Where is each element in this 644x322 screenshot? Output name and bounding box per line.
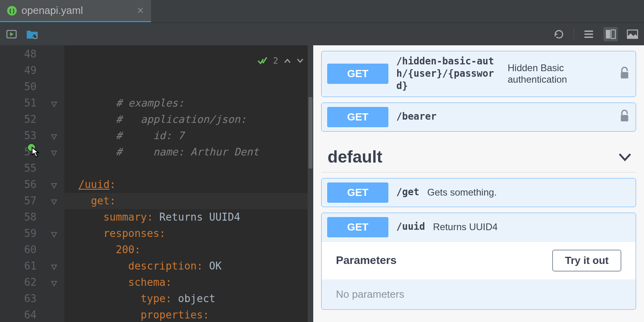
code-editor[interactable]: 4849505152535455565758596061626364 2 # e… (0, 45, 313, 322)
tab-label: openapi.yaml (21, 4, 83, 17)
code-area[interactable]: 2 # examples: # application/json: # id: … (64, 45, 313, 322)
code-line[interactable]: /uuid: (64, 177, 313, 193)
operation-block: GET/getGets something. (321, 178, 636, 207)
lock-icon[interactable] (619, 67, 630, 81)
chevron-up-icon[interactable] (284, 58, 291, 64)
inspection-widget[interactable]: 2 (257, 52, 304, 69)
code-line[interactable]: # name: Arthur Dent (64, 144, 313, 160)
list-view-icon[interactable] (583, 28, 595, 40)
operation-block: GET/bearer (321, 103, 636, 132)
chevron-down-icon[interactable] (618, 152, 632, 162)
svg-rect-6 (611, 30, 615, 39)
svg-rect-8 (621, 72, 628, 78)
fold-toggle[interactable] (50, 132, 58, 140)
code-line[interactable]: responses: (64, 225, 313, 242)
http-method-badge: GET (327, 182, 388, 203)
operation-block: GET/uuidReturns UUID4ParametersTry it ou… (321, 213, 636, 310)
split-view-icon[interactable] (603, 27, 618, 41)
operation-header[interactable]: GET/getGets something. (322, 178, 636, 207)
run-icon[interactable] (6, 28, 17, 40)
code-line[interactable]: get: (64, 193, 313, 209)
line-number-gutter: 4849505152535455565758596061626364 (0, 45, 44, 322)
operation-header[interactable]: GET/bearer (322, 103, 636, 131)
fold-toggle[interactable] (50, 99, 58, 107)
inspection-count: 2 (273, 52, 278, 69)
code-line[interactable]: description: OK (64, 258, 313, 274)
code-line[interactable]: schema: (64, 274, 313, 291)
checkmark-icon (257, 56, 268, 65)
code-line[interactable]: type: object (64, 291, 313, 307)
parameters-title: Parameters (336, 254, 397, 267)
scrollbar-thumb[interactable] (308, 97, 312, 169)
code-line[interactable]: # id: 7 (64, 128, 313, 144)
operation-header[interactable]: GET/hidden-basic-auth/{user}/{password}H… (322, 51, 636, 97)
folder-refresh-icon[interactable] (26, 28, 38, 40)
try-it-out-button[interactable]: Try it out (552, 250, 621, 272)
scrollbar-track[interactable] (308, 45, 313, 322)
parameters-body: No parameters (322, 279, 636, 309)
code-line[interactable]: summary: Returns UUID4 (64, 209, 313, 225)
toolbar (0, 22, 644, 45)
mouse-cursor (29, 146, 40, 157)
close-icon[interactable]: ✕ (137, 6, 144, 16)
svg-rect-9 (621, 115, 628, 121)
operation-header[interactable]: GET/uuidReturns UUID4 (322, 213, 636, 241)
http-method-badge: GET (327, 64, 388, 84)
fold-toggle[interactable] (50, 148, 58, 156)
refresh-icon[interactable] (553, 28, 565, 40)
lock-icon[interactable] (619, 110, 630, 124)
svg-rect-5 (606, 30, 610, 39)
code-line[interactable]: properties: (64, 307, 313, 322)
http-method-badge: GET (327, 217, 388, 237)
image-icon[interactable] (627, 28, 638, 40)
fold-toggle[interactable] (50, 262, 58, 270)
section-title: default (328, 147, 382, 167)
operation-block: GET/hidden-basic-auth/{user}/{password}H… (321, 51, 636, 97)
code-line[interactable]: # application/json: (64, 111, 313, 128)
editor-tab[interactable]: { } openapi.yaml ✕ (0, 0, 151, 22)
openapi-icon: { } (7, 6, 17, 16)
code-line[interactable]: # examples: (64, 95, 313, 111)
fold-column (44, 45, 64, 322)
fold-toggle[interactable] (50, 229, 58, 237)
chevron-down-icon[interactable] (297, 58, 304, 64)
parameters-header: ParametersTry it out (322, 241, 636, 279)
tab-bar: { } openapi.yaml ✕ (0, 0, 644, 22)
fold-toggle[interactable] (50, 180, 58, 188)
code-line[interactable]: 200: (64, 242, 313, 258)
tag-section-header[interactable]: default (321, 134, 636, 173)
fold-toggle[interactable] (50, 197, 58, 205)
fold-toggle[interactable] (50, 278, 58, 286)
http-method-badge: GET (327, 107, 388, 127)
swagger-preview[interactable]: GET/hidden-basic-auth/{user}/{password}H… (313, 45, 644, 322)
code-line[interactable] (64, 160, 313, 177)
